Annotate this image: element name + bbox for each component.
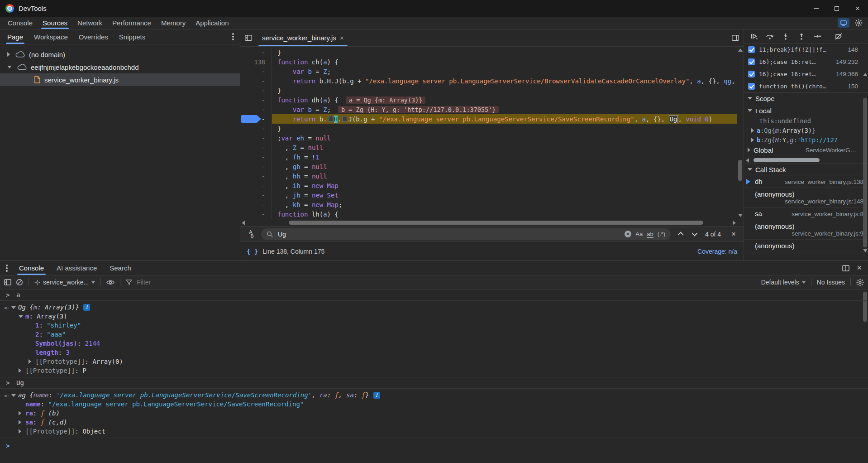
chevron-right-icon[interactable] <box>748 148 750 152</box>
filter-input[interactable] <box>136 278 272 286</box>
maximize-button[interactable] <box>826 0 847 17</box>
split-panel-icon[interactable] <box>842 265 849 271</box>
debugger-panel-toggle-icon[interactable] <box>732 35 739 41</box>
line-number-gutter[interactable]: - <box>240 152 272 162</box>
step-over-icon[interactable] <box>763 31 776 42</box>
live-expression-eye-icon[interactable] <box>106 280 114 285</box>
line-number-gutter[interactable]: - <box>240 67 272 76</box>
code-line[interactable]: - , hh = null <box>240 171 737 181</box>
object-tree-row[interactable]: Symbol(jas): 2144 <box>0 339 868 348</box>
close-button[interactable]: × <box>847 0 868 17</box>
scope-group-local[interactable]: Local <box>744 105 868 116</box>
breakpoint-checkbox[interactable] <box>748 83 755 90</box>
code-line[interactable]: - var b = Z;b = Zg {H: Y, g: 'http://127… <box>240 105 737 114</box>
scroll-up-icon[interactable] <box>738 48 743 52</box>
expand-triangle-down-icon[interactable] <box>11 394 16 397</box>
navigator-tab-page[interactable]: Page <box>2 29 29 44</box>
scope-horizontal-scrollbar[interactable] <box>744 157 868 164</box>
object-tree-row[interactable]: 2: "aaa" <box>0 330 868 339</box>
scroll-left-icon[interactable] <box>242 221 245 225</box>
console-command[interactable]: >Ug <box>0 377 868 389</box>
scope-variable[interactable]: a: Qg {m: Array(3)} <box>744 125 868 135</box>
call-stack-frame[interactable]: dhservice_worker_binary.js:138 <box>744 175 868 188</box>
scroll-down-icon[interactable] <box>863 249 868 252</box>
code-line[interactable]: -function dh(a) {a = Qg {m: Array(3)} <box>240 95 737 105</box>
line-number-gutter[interactable]: - <box>240 190 272 200</box>
code-line[interactable]: - , Z = null <box>240 143 737 152</box>
match-case-button[interactable]: Aa <box>635 231 643 237</box>
object-tree-row[interactable]: ra: ƒ (b) <box>0 409 868 418</box>
object-tree-row[interactable]: [[Prototype]]: Object <box>0 427 868 436</box>
line-number-gutter[interactable]: - <box>240 171 272 181</box>
editor-horizontal-scrollbar[interactable] <box>240 219 737 226</box>
breakpoint-checkbox[interactable] <box>748 58 755 65</box>
scroll-left-icon[interactable] <box>746 158 749 163</box>
whole-word-button[interactable]: ab <box>647 231 653 237</box>
code-line[interactable]: - , kh = new Map; <box>240 200 737 209</box>
step-out-icon[interactable] <box>795 31 808 42</box>
line-number-gutter[interactable]: - <box>240 105 272 114</box>
console-command[interactable]: >a <box>0 289 868 301</box>
drawer-tab-console[interactable]: Console <box>13 261 50 275</box>
close-search-button[interactable]: × <box>728 230 739 239</box>
breakpoint-entry[interactable]: 16);case 16:ret…149:232 <box>744 56 868 68</box>
expand-triangle-right-icon[interactable] <box>29 359 31 364</box>
code-line[interactable]: - , fh = !1 <box>240 152 737 162</box>
object-tree-row[interactable]: [[Prototype]]: Array(0) <box>0 357 868 366</box>
console-messages[interactable]: >a<·Qg {m: Array(3)}im: Array(3)1: "shir… <box>0 289 868 463</box>
line-number-gutter[interactable]: 138 <box>240 57 272 67</box>
clear-console-icon[interactable] <box>16 279 23 286</box>
code-line[interactable]: -} <box>240 48 737 57</box>
line-number-gutter[interactable]: - <box>240 95 272 105</box>
horizontal-scroll-thumb[interactable] <box>289 221 703 225</box>
screencast-icon[interactable] <box>838 18 849 28</box>
editor-vertical-scrollbar[interactable] <box>738 48 743 218</box>
code-line[interactable]: - , ih = new Map <box>240 181 737 190</box>
call-stack-frame[interactable]: saservice_worker_binary.js:8 <box>744 207 868 220</box>
line-number-gutter[interactable]: - <box>240 114 272 124</box>
execution-context-selector[interactable]: service_worke... <box>34 279 95 286</box>
step-into-icon[interactable] <box>779 31 792 42</box>
line-number-gutter[interactable]: - <box>240 162 272 171</box>
object-tree-row[interactable]: 1: "shirley" <box>0 321 868 330</box>
chevron-down-icon[interactable] <box>748 109 752 112</box>
expand-triangle-right-icon[interactable] <box>19 429 21 434</box>
console-settings-gear-icon[interactable] <box>856 279 864 286</box>
minimize-button[interactable] <box>806 0 826 17</box>
line-number-gutter[interactable]: - <box>240 86 272 95</box>
resume-script-icon[interactable] <box>748 31 760 42</box>
code-line[interactable]: -} <box>240 124 737 133</box>
expand-triangle-down-icon[interactable] <box>19 315 23 318</box>
line-number-gutter[interactable]: - <box>240 200 272 209</box>
editor-tab-service-worker[interactable]: service_worker_binary.js × <box>257 29 349 46</box>
regex-button[interactable]: (.*) <box>658 231 665 237</box>
expand-triangle-right-icon[interactable] <box>19 411 21 415</box>
line-number-gutter[interactable]: - <box>240 209 272 219</box>
drawer-tab-search[interactable]: Search <box>103 261 138 275</box>
object-tree-row[interactable]: <·ag {name: '/exa.language_server_pb.Lan… <box>0 391 868 400</box>
tab-memory[interactable]: Memory <box>156 17 191 29</box>
previous-match-button[interactable] <box>675 232 688 236</box>
tree-item-eeijfnjmjelapkebgockoeaadonbchdd[interactable]: eeijfnjmjelapkebgockoeaadonbchdd <box>0 61 240 73</box>
breakpoint-checkbox[interactable] <box>748 46 755 53</box>
code-line[interactable]: -;var eh = null <box>240 133 737 143</box>
chevron-right-icon[interactable] <box>751 138 754 142</box>
object-tree-row[interactable]: length: 3 <box>0 348 868 357</box>
replace-toggle-icon[interactable]: A B <box>245 230 257 238</box>
scope-group-global[interactable]: GlobalServiceWorkerG… <box>744 145 868 155</box>
step-icon[interactable] <box>811 31 824 42</box>
info-icon[interactable]: i <box>83 304 90 311</box>
drawer-menu-icon[interactable] <box>1 261 13 275</box>
search-field[interactable]: ✕ Aa ab (.*) <box>261 228 671 240</box>
object-tree-row[interactable]: m: Array(3) <box>0 312 868 321</box>
scope-scroll-thumb[interactable] <box>754 158 820 162</box>
vertical-scroll-thumb[interactable] <box>738 160 742 181</box>
info-icon[interactable]: i <box>373 392 380 399</box>
expand-triangle-right-icon[interactable] <box>19 420 21 424</box>
call-stack-frame[interactable]: (anonymous) <box>744 240 868 252</box>
object-tree-row[interactable]: <·Qg {m: Array(3)}i <box>0 303 868 312</box>
tab-sources[interactable]: Sources <box>38 17 72 29</box>
tree-item-service-worker-binary-js[interactable]: service_worker_binary.js <box>0 73 240 86</box>
code-line[interactable]: - return b.H.J(b.g + "/exa.language_serv… <box>240 114 737 124</box>
tab-close-icon[interactable]: × <box>340 34 344 42</box>
